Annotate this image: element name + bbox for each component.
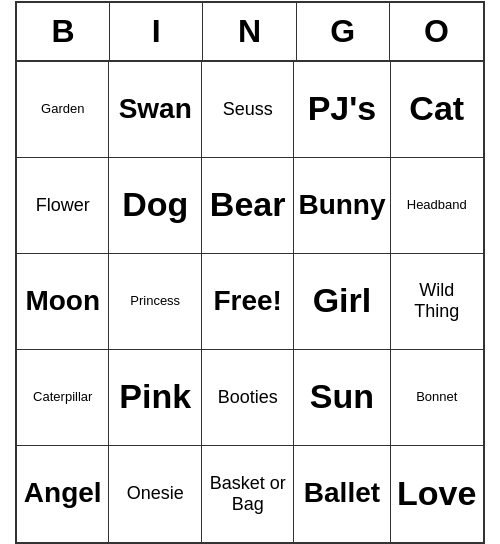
bingo-cell: Garden xyxy=(17,62,109,158)
bingo-cell: Pink xyxy=(109,350,201,446)
bingo-cell: Swan xyxy=(109,62,201,158)
header-letter: G xyxy=(297,3,390,60)
bingo-cell: Moon xyxy=(17,254,109,350)
bingo-cell: Caterpillar xyxy=(17,350,109,446)
bingo-cell: Bunny xyxy=(294,158,390,254)
bingo-cell: Sun xyxy=(294,350,390,446)
bingo-cell: Bonnet xyxy=(391,350,483,446)
bingo-cell: Dog xyxy=(109,158,201,254)
bingo-cell: Angel xyxy=(17,446,109,542)
bingo-card: BINGO GardenSwanSeussPJ'sCatFlowerDogBea… xyxy=(15,1,485,544)
bingo-cell: PJ's xyxy=(294,62,390,158)
bingo-cell: Headband xyxy=(391,158,483,254)
bingo-cell: Bear xyxy=(202,158,294,254)
bingo-cell: Flower xyxy=(17,158,109,254)
header-letter: I xyxy=(110,3,203,60)
bingo-cell: Girl xyxy=(294,254,390,350)
bingo-cell: Booties xyxy=(202,350,294,446)
bingo-cell: Seuss xyxy=(202,62,294,158)
bingo-cell: Free! xyxy=(202,254,294,350)
bingo-cell: Onesie xyxy=(109,446,201,542)
bingo-cell: Cat xyxy=(391,62,483,158)
header-letter: B xyxy=(17,3,110,60)
bingo-cell: Princess xyxy=(109,254,201,350)
bingo-grid: GardenSwanSeussPJ'sCatFlowerDogBearBunny… xyxy=(17,62,483,542)
bingo-cell: Love xyxy=(391,446,483,542)
header-letter: O xyxy=(390,3,483,60)
bingo-header: BINGO xyxy=(17,3,483,62)
bingo-cell: Wild Thing xyxy=(391,254,483,350)
header-letter: N xyxy=(203,3,296,60)
bingo-cell: Basket or Bag xyxy=(202,446,294,542)
bingo-cell: Ballet xyxy=(294,446,390,542)
